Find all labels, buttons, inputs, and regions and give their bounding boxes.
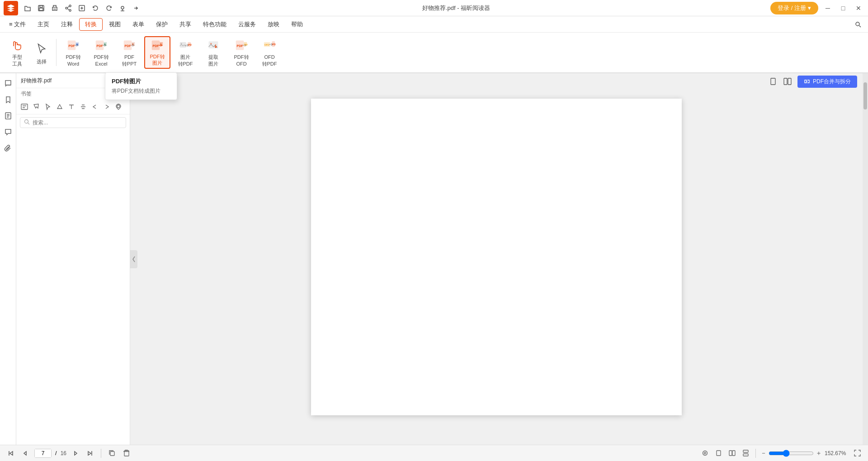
svg-text:PDF: PDF bbox=[188, 43, 192, 46]
collapse-handle[interactable] bbox=[130, 250, 137, 268]
sidebar-comment-icon[interactable] bbox=[2, 126, 14, 138]
svg-rect-53 bbox=[732, 451, 735, 456]
menu-convert[interactable]: 转换 bbox=[79, 18, 103, 31]
menu-protect[interactable]: 保护 bbox=[151, 19, 173, 30]
annot-list-btn[interactable] bbox=[19, 101, 30, 112]
minimize-button[interactable]: ─ bbox=[822, 2, 834, 14]
hand-tool-button[interactable]: 手型工具 bbox=[5, 36, 29, 69]
pdf-to-ofd-button[interactable]: PDF OFD PDF转OFD bbox=[228, 36, 255, 69]
svg-rect-30 bbox=[209, 41, 218, 48]
open-file-btn[interactable] bbox=[22, 2, 33, 14]
svg-text:OFD: OFD bbox=[264, 43, 269, 46]
undo-btn[interactable] bbox=[90, 2, 101, 14]
select-tool-button[interactable]: 选择 bbox=[31, 36, 52, 69]
menu-view[interactable]: 视图 bbox=[104, 19, 126, 30]
annot-cursor-btn[interactable] bbox=[42, 101, 53, 112]
page-number-box[interactable] bbox=[34, 449, 52, 458]
sidebar-annotation-icon[interactable] bbox=[2, 77, 14, 90]
double-view-btn2[interactable] bbox=[726, 448, 737, 459]
annot-polygon-btn[interactable] bbox=[54, 101, 65, 112]
next-page-button[interactable] bbox=[70, 448, 81, 459]
pdf-merge-split-button[interactable]: PDF合并与拆分 bbox=[797, 76, 857, 88]
svg-text:PDF: PDF bbox=[237, 44, 244, 47]
toolbar: 手型工具 选择 PDF W PDF转Word P bbox=[0, 33, 868, 73]
sidebar-icons bbox=[0, 73, 16, 445]
search-input[interactable] bbox=[33, 119, 122, 126]
copy-page-btn[interactable] bbox=[107, 448, 118, 459]
menu-share[interactable]: 共享 bbox=[174, 19, 197, 30]
zoom-in-icon[interactable]: ＋ bbox=[816, 449, 822, 457]
annot-location-btn[interactable] bbox=[113, 101, 124, 112]
stamp-btn[interactable] bbox=[117, 2, 128, 14]
new-tab-btn[interactable] bbox=[76, 2, 88, 14]
svg-text:PDF: PDF bbox=[69, 44, 75, 47]
menu-table[interactable]: 表单 bbox=[127, 19, 150, 30]
page-number-input[interactable] bbox=[35, 449, 51, 457]
pdf-to-image-icon: PDF bbox=[149, 39, 165, 52]
scroll-view-btn[interactable] bbox=[740, 448, 751, 459]
menu-special[interactable]: 特色功能 bbox=[198, 19, 232, 30]
annotation-toolbar bbox=[16, 100, 130, 114]
close-button[interactable]: ✕ bbox=[853, 2, 864, 14]
pdf-to-word-button[interactable]: PDF W PDF转Word bbox=[60, 36, 86, 69]
svg-rect-45 bbox=[784, 78, 787, 85]
redo-btn[interactable] bbox=[103, 2, 115, 14]
svg-rect-51 bbox=[717, 451, 721, 456]
image-to-pdf-button[interactable]: PDF 图片转PDF bbox=[172, 36, 198, 69]
pdf-to-excel-button[interactable]: PDF X PDF转Excel bbox=[88, 36, 114, 69]
login-button[interactable]: 登录 / 注册 ▾ bbox=[770, 2, 818, 14]
zoom-slider[interactable] bbox=[769, 450, 814, 457]
search-box[interactable] bbox=[20, 117, 126, 128]
annot-arrow-left-btn[interactable] bbox=[90, 101, 100, 112]
svg-text:PDF: PDF bbox=[97, 44, 104, 47]
titlebar-left bbox=[4, 1, 142, 15]
sidebar-page-icon[interactable] bbox=[2, 109, 14, 122]
menu-slideshow[interactable]: 放映 bbox=[262, 19, 285, 30]
pdf-to-ppt-button[interactable]: PDF P PDF转PPT bbox=[116, 36, 142, 69]
menu-file[interactable]: ≡ 文件 bbox=[4, 19, 31, 30]
sidebar-attachment-icon[interactable] bbox=[2, 142, 14, 155]
scroll-thumb[interactable] bbox=[863, 82, 867, 109]
svg-text:X: X bbox=[104, 43, 106, 46]
zoom-out-icon[interactable]: － bbox=[760, 449, 767, 457]
svg-point-9 bbox=[856, 22, 859, 26]
fullscreen-button[interactable] bbox=[852, 448, 863, 459]
view-mode-btn[interactable] bbox=[699, 448, 710, 459]
ofd-to-pdf-button[interactable]: OFD PDF OFD转PDF bbox=[256, 36, 283, 69]
svg-point-43 bbox=[25, 120, 28, 124]
single-view-btn2[interactable] bbox=[713, 448, 724, 459]
more-btn[interactable] bbox=[130, 2, 142, 14]
delete-page-btn[interactable] bbox=[121, 448, 132, 459]
titlebar: 好物推荐.pdf - 福昕阅读器 登录 / 注册 ▾ ─ □ ✕ bbox=[0, 0, 868, 16]
pdf-to-image-button[interactable]: PDF PDF转图片 bbox=[144, 36, 170, 69]
sidebar-bookmark-icon[interactable] bbox=[2, 93, 14, 106]
share-btn2[interactable] bbox=[62, 2, 74, 14]
divider-1 bbox=[56, 39, 57, 66]
search-icon[interactable] bbox=[852, 18, 864, 31]
menu-annotate[interactable]: 注释 bbox=[56, 19, 78, 30]
annot-add-btn[interactable] bbox=[31, 101, 42, 112]
svg-rect-46 bbox=[788, 78, 791, 85]
annot-text-btn[interactable] bbox=[66, 101, 77, 112]
svg-point-4 bbox=[69, 5, 71, 7]
double-page-view-btn[interactable] bbox=[781, 75, 794, 88]
first-page-button[interactable] bbox=[5, 448, 16, 459]
menu-help[interactable]: 帮助 bbox=[286, 19, 308, 30]
svg-point-25 bbox=[160, 43, 162, 44]
single-page-view-btn[interactable] bbox=[767, 75, 779, 88]
svg-point-50 bbox=[704, 452, 706, 454]
annot-text2-btn[interactable] bbox=[78, 101, 89, 112]
extract-image-button[interactable]: 提取图片 bbox=[200, 36, 226, 69]
hand-icon bbox=[9, 38, 25, 52]
prev-page-button[interactable] bbox=[20, 448, 31, 459]
maximize-button[interactable]: □ bbox=[837, 2, 849, 14]
menu-home[interactable]: 主页 bbox=[32, 19, 55, 30]
pdf-page-content bbox=[311, 99, 682, 415]
print-btn[interactable] bbox=[49, 2, 61, 14]
annot-arrow-right-btn[interactable] bbox=[101, 101, 112, 112]
last-page-button[interactable] bbox=[85, 448, 95, 459]
right-scrollbar[interactable] bbox=[863, 73, 868, 445]
window-title: 好物推荐.pdf - 福昕阅读器 bbox=[142, 4, 770, 12]
menu-cloud[interactable]: 云服务 bbox=[233, 19, 261, 30]
save-btn[interactable] bbox=[35, 2, 47, 14]
